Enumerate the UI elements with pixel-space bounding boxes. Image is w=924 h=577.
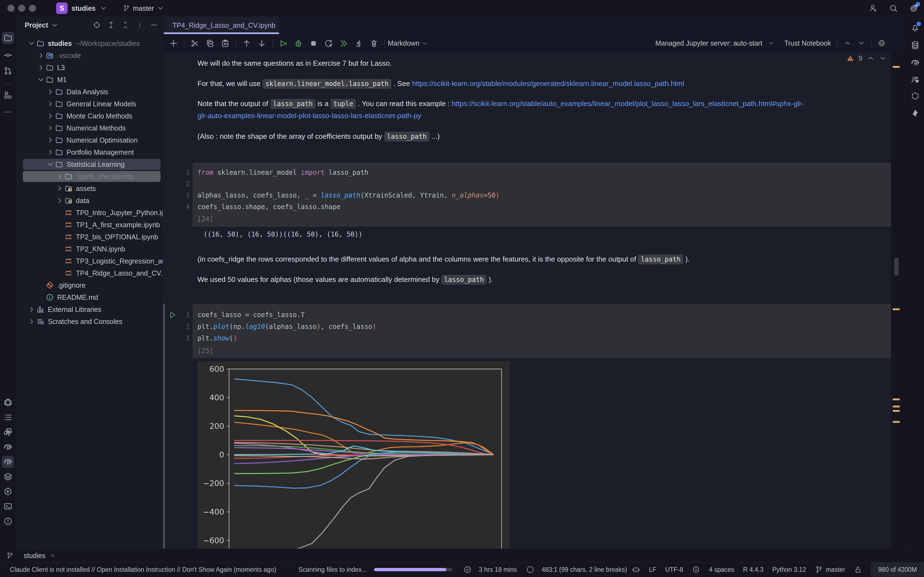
rail-button-notifications-icon[interactable] <box>909 21 921 34</box>
chevron-down-icon[interactable] <box>27 39 36 48</box>
tree-item-tp4-ridge-lasso-and-cv-ipynb[interactable]: TP4_Ridge_Lasso_and_CV.ipynb <box>16 267 163 279</box>
rail-button-more-tools-icon[interactable] <box>2 106 14 118</box>
chevron-right-icon[interactable] <box>55 197 64 205</box>
rail-button-collaboration-icon[interactable] <box>909 74 921 86</box>
interrupt-kernel-icon[interactable] <box>309 39 318 48</box>
paste-cell-icon[interactable] <box>221 39 230 48</box>
tree-item-m1[interactable]: M1 <box>16 74 163 86</box>
error-stripe-mark[interactable] <box>893 66 900 68</box>
globe-icon[interactable] <box>878 39 885 47</box>
git-branch-widget[interactable]: master <box>815 566 845 574</box>
move-cell-up-icon[interactable] <box>242 39 251 48</box>
tree-item--vscode[interactable]: .vscode <box>16 50 163 61</box>
chevron-right-icon[interactable] <box>46 88 55 96</box>
restart-kernel-icon[interactable] <box>324 39 333 48</box>
tree-item-tp3-logistic-regression-and-cv-ipynb[interactable]: TP3_Logistic_Regression_and_CV.ipynb <box>16 255 163 267</box>
chevron-right-icon[interactable] <box>46 112 55 120</box>
tree-item-l3[interactable]: L3 <box>16 61 163 74</box>
ai-robot-icon[interactable] <box>632 566 640 574</box>
memory-indicator[interactable]: 980 of 4200M <box>871 562 924 577</box>
copy-cell-icon[interactable] <box>205 39 215 48</box>
close-icon[interactable] <box>50 553 55 558</box>
rail-button-graphql-icon[interactable] <box>2 396 14 409</box>
error-stripe-mark[interactable] <box>893 308 900 310</box>
tree-item-tp0-intro-jupyter-python-ipynb[interactable]: TP0_Intro_Jupyter_Python.ipynb <box>16 206 163 219</box>
tree-item-tp2-bis-optional-ipynb[interactable]: TP2_bis_OPTIONAL.ipynb <box>16 231 163 243</box>
window-zoom-button[interactable] <box>29 5 36 12</box>
encoding-widget[interactable]: UTF-8 <box>665 566 683 574</box>
window-minimize-button[interactable] <box>18 5 25 12</box>
chevron-up-icon[interactable] <box>867 55 874 62</box>
chevron-right-icon[interactable] <box>27 305 36 314</box>
chevron-right-icon[interactable] <box>46 124 55 132</box>
rail-button-commit-icon[interactable] <box>2 49 14 61</box>
debug-cell-icon[interactable] <box>294 39 303 48</box>
rail-button-pull-requests-icon[interactable] <box>2 65 14 77</box>
rail-button-terminal-icon[interactable] <box>2 500 14 513</box>
line-separator-widget[interactable]: LF <box>649 566 656 574</box>
chevron-right-icon[interactable] <box>46 148 55 156</box>
rail-button-r-tools-icon[interactable]: R <box>2 456 14 468</box>
caret-position[interactable]: 483:1 (99 chars, 2 line breaks) <box>541 566 627 574</box>
clear-outputs-icon[interactable] <box>354 39 363 48</box>
search-icon[interactable] <box>889 3 898 13</box>
run-cell-icon[interactable] <box>279 39 288 48</box>
chevron-right-icon[interactable] <box>27 318 36 326</box>
rail-button-database-icon[interactable] <box>909 39 921 52</box>
rail-button-ai-assistant-icon[interactable] <box>909 90 921 102</box>
jupyter-server-selector[interactable]: Managed Jupyter server: auto-start <box>655 39 762 47</box>
delete-cell-icon[interactable] <box>369 39 379 48</box>
indent-widget[interactable]: 4 spaces <box>709 566 734 574</box>
editor-tab[interactable]: TP4_Ridge_Lasso_and_CV.ipynb <box>164 16 279 34</box>
chevron-right-icon[interactable] <box>55 184 64 193</box>
chevron-up-icon[interactable] <box>844 39 851 47</box>
tree-item-monte-carlo-methods[interactable]: Monte Carlo Methods <box>16 110 163 122</box>
move-cell-down-icon[interactable] <box>257 39 267 48</box>
cell-type-dropdown[interactable]: Markdown <box>388 39 428 47</box>
error-stripe-mark[interactable] <box>893 421 900 423</box>
tree-item-studies[interactable]: studies ~/Workspace/studies <box>16 37 163 50</box>
chevron-down-icon[interactable] <box>37 76 45 84</box>
tree-item-portfolio-management[interactable]: Portfolio Management <box>16 146 163 158</box>
vcs-widget[interactable]: master <box>123 5 165 12</box>
settings-gear-icon[interactable] <box>909 3 919 13</box>
chevron-down-icon[interactable] <box>858 39 865 47</box>
chevron-right-icon[interactable] <box>46 136 55 144</box>
hyperlink[interactable]: https://scikit-learn.org/stable/auto_exa… <box>452 100 804 108</box>
error-stripe-mark[interactable] <box>893 406 900 408</box>
project-panel-title[interactable]: Project <box>25 21 58 29</box>
error-stripe-mark[interactable] <box>893 398 900 400</box>
window-close-button[interactable] <box>7 5 15 12</box>
inspections-widget[interactable]: 9 <box>846 53 887 64</box>
tree-item-data[interactable]: data <box>16 195 163 206</box>
python-interpreter-widget[interactable]: Python 3.12 <box>772 566 806 574</box>
hide-panel-icon[interactable] <box>150 21 158 29</box>
tree-item-numerical-optimisation[interactable]: Numerical Optimisation <box>16 134 163 146</box>
tree-item-general-linear-models[interactable]: General Linear Models <box>16 98 163 110</box>
cut-cell-icon[interactable] <box>190 39 200 48</box>
unlocked-icon[interactable] <box>854 566 862 574</box>
hyperlink[interactable]: https://scikit-learn.org/stable/modules/… <box>412 79 684 88</box>
rail-button-services-icon[interactable] <box>2 485 14 498</box>
session-time[interactable]: 3 hrs 18 mins <box>479 566 517 574</box>
chevron-right-icon[interactable] <box>37 52 45 60</box>
chevron-right-icon[interactable] <box>55 172 64 181</box>
git-tool-window-tab[interactable]: studies <box>24 552 55 560</box>
chevron-right-icon[interactable] <box>37 63 45 72</box>
editor-scrollbar-thumb[interactable] <box>894 258 899 276</box>
tree-item-statistical-learning[interactable]: Statistical Learning <box>16 158 163 170</box>
hyperlink[interactable]: glr-auto-examples-linear-model-plot-lass… <box>197 111 421 120</box>
rail-button-todo-icon[interactable] <box>2 411 14 424</box>
run-cell-gutter-icon[interactable] <box>168 310 178 319</box>
rail-button-structure-icon[interactable] <box>2 89 14 101</box>
chevron-down-icon[interactable] <box>46 160 55 168</box>
notification-status-text[interactable]: Claude Client is not installed // Open I… <box>10 566 276 574</box>
rail-button-plugin-icon[interactable] <box>909 107 921 119</box>
options-menu-icon[interactable] <box>136 21 144 29</box>
tree-item-assets[interactable]: assets <box>16 182 163 195</box>
add-user-icon[interactable] <box>869 3 878 13</box>
collapse-all-icon[interactable] <box>121 21 129 29</box>
project-widget[interactable]: S studies <box>56 2 107 14</box>
rail-button-layers-icon[interactable] <box>2 471 14 483</box>
rail-button-project-folder-icon[interactable] <box>2 32 14 44</box>
